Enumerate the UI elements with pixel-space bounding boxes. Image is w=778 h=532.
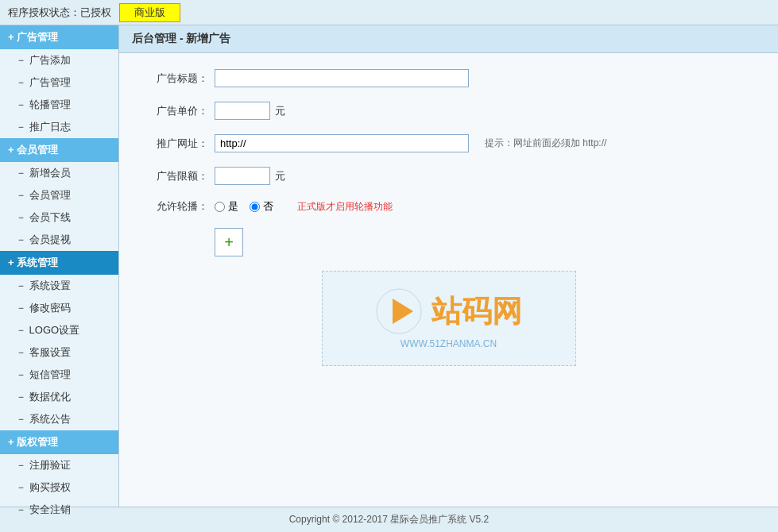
- watermark-logo-icon: [375, 287, 423, 335]
- sidebar-item-buy-license[interactable]: － 购买授权: [0, 476, 118, 499]
- sidebar-item-carousel-manage[interactable]: － 轮播管理: [0, 94, 118, 116]
- main-layout: + 广告管理 － 广告添加 － 广告管理 － 轮播管理 － 推广日志 + 会员管…: [0, 25, 778, 507]
- radio-yes-text: 是: [228, 199, 238, 214]
- sidebar-item-logo-settings[interactable]: － LOGO设置: [0, 319, 118, 341]
- sidebar-item-ad-manage[interactable]: － 广告管理: [0, 71, 118, 94]
- sidebar-group-member[interactable]: + 会员管理: [0, 138, 118, 162]
- copyright-text: Copyright © 2012-2017 星际会员推广系统 V5.2: [289, 514, 490, 525]
- page-title: 后台管理 - 新增广告: [119, 25, 778, 53]
- form-row-upload: +: [143, 228, 754, 256]
- sidebar-item-promo-log[interactable]: － 推广日志: [0, 116, 118, 138]
- sidebar-item-data-optimization[interactable]: － 数据优化: [0, 386, 118, 408]
- sidebar-item-member-downline[interactable]: － 会员下线: [0, 206, 118, 229]
- form-row-promo-url: 推广网址： 提示：网址前面必须加 http://: [143, 134, 754, 152]
- ad-limit-unit: 元: [275, 169, 285, 183]
- sidebar-group-ad[interactable]: + 广告管理: [0, 25, 118, 49]
- sidebar-group-copyright[interactable]: + 版权管理: [0, 430, 118, 454]
- allow-carousel-label: 允许轮播：: [143, 199, 215, 214]
- form-row-carousel: 允许轮播： 是 否 正式版才启用轮播功能: [143, 199, 754, 214]
- promo-url-input[interactable]: [215, 134, 469, 152]
- form-row-ad-price: 广告单价： 元: [143, 102, 754, 120]
- sidebar-item-change-password[interactable]: － 修改密码: [0, 297, 118, 319]
- upload-button[interactable]: +: [215, 228, 243, 256]
- sidebar-item-system-settings[interactable]: － 系统设置: [0, 275, 118, 297]
- watermark-content: 站码网 WWW.51ZHANMA.CN: [375, 287, 523, 349]
- form-area: 广告标题： 广告单价： 元 推广网址： 提示：网址前面必须加 http:// 广…: [119, 53, 778, 507]
- sidebar-item-new-member[interactable]: － 新增会员: [0, 162, 118, 184]
- ad-limit-input[interactable]: [215, 167, 270, 185]
- watermark-area: 站码网 WWW.51ZHANMA.CN: [143, 271, 754, 366]
- sidebar-item-safe-logout[interactable]: － 安全注销: [0, 499, 118, 521]
- sidebar-item-member-manage[interactable]: － 会员管理: [0, 184, 118, 206]
- watermark-sub-text: WWW.51ZHANMA.CN: [375, 338, 523, 349]
- sidebar-item-customer-service[interactable]: － 客服设置: [0, 341, 118, 364]
- ad-price-label: 广告单价：: [143, 104, 215, 118]
- sidebar: + 广告管理 － 广告添加 － 广告管理 － 轮播管理 － 推广日志 + 会员管…: [0, 25, 119, 507]
- auth-status: 程序授权状态：已授权: [8, 6, 111, 20]
- sidebar-item-sms-management[interactable]: － 短信管理: [0, 364, 118, 386]
- ad-price-unit: 元: [275, 104, 285, 118]
- sidebar-item-ad-add[interactable]: － 广告添加: [0, 49, 118, 71]
- content-area: 后台管理 - 新增广告 广告标题： 广告单价： 元 推广网址： 提示：网址前面必…: [119, 25, 778, 507]
- radio-no-text: 否: [263, 199, 273, 214]
- ad-limit-label: 广告限额：: [143, 169, 215, 183]
- watermark-main-text: 站码网: [432, 295, 522, 328]
- sidebar-item-system-notice[interactable]: － 系统公告: [0, 408, 118, 430]
- promo-url-hint: 提示：网址前面必须加 http://: [485, 137, 606, 150]
- carousel-radio-group: 是 否 正式版才启用轮播功能: [215, 199, 393, 214]
- sidebar-group-system[interactable]: + 系统管理: [0, 251, 118, 275]
- form-row-ad-title: 广告标题：: [143, 69, 754, 87]
- header-bar: 程序授权状态：已授权 商业版: [0, 0, 778, 25]
- edition-button[interactable]: 商业版: [119, 3, 180, 22]
- radio-yes[interactable]: [215, 202, 225, 212]
- radio-no[interactable]: [250, 202, 260, 212]
- radio-no-label[interactable]: 否: [250, 199, 273, 214]
- ad-price-input[interactable]: [215, 102, 270, 120]
- ad-title-label: 广告标题：: [143, 71, 215, 86]
- watermark-image: 站码网 WWW.51ZHANMA.CN: [322, 271, 576, 366]
- carousel-notice[interactable]: 正式版才启用轮播功能: [297, 200, 393, 214]
- form-row-ad-limit: 广告限额： 元: [143, 167, 754, 185]
- ad-title-input[interactable]: [215, 69, 469, 87]
- sidebar-item-register-verify[interactable]: － 注册验证: [0, 454, 118, 476]
- promo-url-label: 推广网址：: [143, 137, 215, 151]
- radio-yes-label[interactable]: 是: [215, 199, 238, 214]
- sidebar-item-member-reminder[interactable]: － 会员提视: [0, 229, 118, 251]
